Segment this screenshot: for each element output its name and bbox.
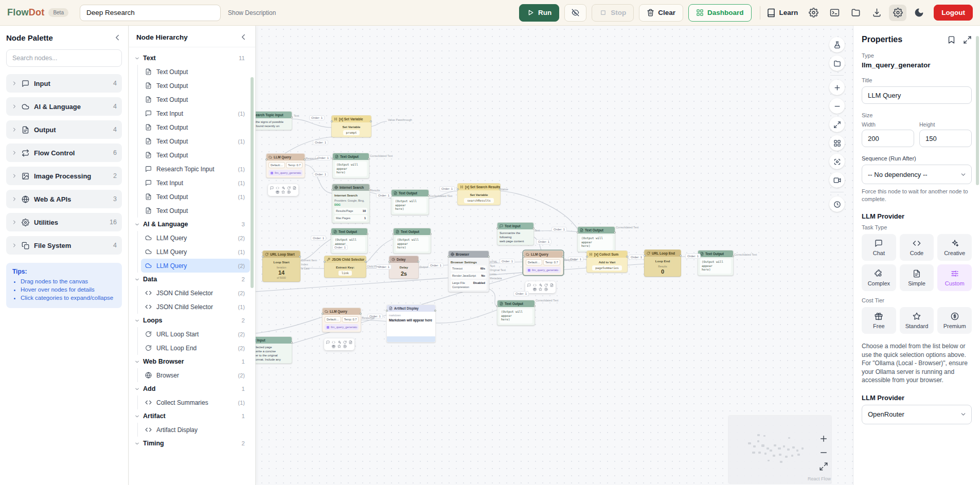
text-output-2-node[interactable]: Text Output(Output will appearhere) xyxy=(391,189,429,215)
browser-node[interactable]: BrowserBrowser SettingsTimeout60sRender … xyxy=(448,250,489,292)
node-hover-toolbar[interactable] xyxy=(268,184,298,196)
clear-button[interactable]: Clear xyxy=(639,4,683,22)
artifact-display-node[interactable]: Artifact DisplaymarkdownMarkdown will ap… xyxy=(386,304,436,343)
hierarchy-item-json-child-selector[interactable]: JSON Child Selector(2) xyxy=(141,286,250,300)
hierarchy-item-llm-query[interactable]: LLM Query(1) xyxy=(141,245,250,259)
sequence-select[interactable]: -- No dependency -- xyxy=(862,165,972,184)
cost-tier-premium[interactable]: Premium xyxy=(937,307,972,334)
llm-query-2-node[interactable]: LLM QueryDefault:...Temp: 0.7llm_query_g… xyxy=(523,250,563,275)
hierarchy-item-text-input[interactable]: Text Input(1) xyxy=(141,176,250,190)
hierarchy-item-text-output[interactable]: Text Output xyxy=(141,204,250,218)
hierarchy-item-llm-query[interactable]: LLM Query(2) xyxy=(141,231,250,245)
run-button[interactable]: Run xyxy=(519,4,559,22)
hierarchy-item-llm-query[interactable]: LLM Query(2) xyxy=(141,259,250,273)
grid-button[interactable] xyxy=(829,135,845,151)
task-type-chat[interactable]: Chat xyxy=(862,234,896,261)
zoom-in-button[interactable] xyxy=(829,80,845,95)
center-button[interactable] xyxy=(829,154,845,169)
width-input[interactable] xyxy=(862,130,914,147)
learn-button[interactable]: Learn xyxy=(767,8,798,17)
logout-button[interactable]: Logout xyxy=(934,5,973,21)
palette-category-input[interactable]: Input4 xyxy=(6,74,122,93)
hierarchy-item-text-output[interactable]: Text Output xyxy=(141,65,250,79)
json-child-selector-node[interactable]: JSON Child SelectorExtract Key:link xyxy=(324,256,366,278)
bookmark-icon[interactable] xyxy=(947,35,956,44)
hierarchy-item-collect-summaries[interactable]: Collect Summaries(1) xyxy=(141,396,250,409)
text-output-7-node[interactable]: Text Output(Output will appearhere) xyxy=(497,300,535,326)
task-type-custom[interactable]: Custom xyxy=(937,264,972,291)
text-input-1-node[interactable]: Text InputSummarize the followingweb pag… xyxy=(497,222,534,245)
height-input[interactable] xyxy=(919,130,972,147)
hierarchy-item-json-child-selector[interactable]: JSON Child Selector(1) xyxy=(141,300,250,314)
minimap-fit-button[interactable] xyxy=(819,462,828,471)
hierarchy-group-data[interactable]: Data2 xyxy=(133,273,250,286)
node-hover-toolbar[interactable] xyxy=(324,338,354,350)
hierarchy-item-browser[interactable]: Browser(2) xyxy=(141,368,250,382)
task-type-code[interactable]: Code xyxy=(900,234,934,261)
zoom-out-button[interactable] xyxy=(829,98,845,114)
url-loop-end-node[interactable]: URL Loop EndLoop EndResults0 xyxy=(644,249,681,277)
record-button[interactable] xyxy=(829,172,845,188)
hide-outputs-button[interactable] xyxy=(564,4,586,22)
settings-button[interactable] xyxy=(805,5,822,21)
hierarchy-item-text-output[interactable]: Text Output xyxy=(141,148,250,162)
hierarchy-group-loops[interactable]: Loops2 xyxy=(133,314,250,327)
delay-node[interactable]: DelayDelay2s xyxy=(389,256,419,279)
fit-view-button[interactable] xyxy=(829,117,845,132)
hierarchy-item-text-output[interactable]: Text Output(1) xyxy=(141,190,250,204)
dark-mode-button[interactable] xyxy=(910,5,928,21)
hierarchy-item-artifact-display[interactable]: Artifact Display xyxy=(141,423,250,437)
palette-category-web-apis[interactable]: Web & APIs3 xyxy=(6,190,122,208)
palette-category-ai-language[interactable]: AI & Language4 xyxy=(6,97,122,116)
cost-tier-free[interactable]: Free xyxy=(862,307,896,334)
hierarchy-group-text[interactable]: Text11 xyxy=(133,51,250,65)
expand-panel-icon[interactable] xyxy=(963,35,972,44)
hierarchy-item-url-loop-start[interactable]: URL Loop Start(2) xyxy=(141,327,250,341)
task-type-simple[interactable]: Simple xyxy=(900,264,934,291)
text-output-5-node[interactable]: Text Output(Output will appearhere) xyxy=(577,226,615,252)
hierarchy-group-ai-language[interactable]: AI & Language3 xyxy=(133,218,250,231)
llm-query-3-node[interactable]: LLM QueryDefault:...Temp: 0.7llm_query_g… xyxy=(322,308,361,332)
hierarchy-item-text-output[interactable]: Text Output xyxy=(141,79,250,93)
hierarchy-group-timing[interactable]: Timing2 xyxy=(133,437,250,450)
minimap-zoom-out-button[interactable] xyxy=(819,448,828,457)
internet-search-node[interactable]: Internet SearchInternet SearchProviders:… xyxy=(332,184,370,223)
minimap-zoom-in-button[interactable] xyxy=(819,434,828,443)
minimap[interactable] xyxy=(728,416,831,483)
hierarchy-item-research-topic-input[interactable]: Research Topic Input(1) xyxy=(141,162,250,176)
llm-provider-select[interactable]: OpenRouter xyxy=(862,405,972,424)
collect-summaries-node[interactable]: [x] Collect SumAdd to VaripageSummaries xyxy=(586,250,628,273)
url-loop-start-node[interactable]: URL Loop StartLoop StartIteration14of 50… xyxy=(262,250,300,282)
node-hover-toolbar[interactable] xyxy=(525,281,556,293)
history-button[interactable] xyxy=(829,196,845,212)
text-output-6-node[interactable]: Text Output(Output will appearhere) xyxy=(698,250,734,276)
download-button[interactable] xyxy=(868,5,885,21)
collapse-palette-button[interactable] xyxy=(113,33,122,42)
show-description-link[interactable]: Show Description xyxy=(228,9,276,16)
palette-category-utilities[interactable]: Utilities16 xyxy=(6,213,122,231)
hierarchy-group-artifact[interactable]: Artifact1 xyxy=(133,409,250,423)
hierarchy-item-text-input[interactable]: Text Input(1) xyxy=(141,106,250,120)
palette-category-output[interactable]: Output4 xyxy=(6,120,122,139)
task-type-complex[interactable]: Complex xyxy=(862,264,896,291)
hierarchy-item-text-output[interactable]: Text Output xyxy=(141,120,250,134)
search-nodes-input[interactable] xyxy=(6,49,122,67)
open-flow-button[interactable] xyxy=(829,56,845,71)
text-output-1-node[interactable]: Text Output(Output will appearhere) xyxy=(332,153,369,178)
collapse-hierarchy-button[interactable] xyxy=(239,32,248,42)
palette-category-image-processing[interactable]: Image Processing2 xyxy=(6,167,122,185)
flow-name-input[interactable] xyxy=(80,5,221,21)
console-button[interactable] xyxy=(826,5,843,21)
hierarchy-group-web-browser[interactable]: Web Browser1 xyxy=(133,355,250,368)
palette-category-flow-control[interactable]: Flow Control6 xyxy=(6,143,122,162)
hierarchy-item-text-output[interactable]: Text Output xyxy=(141,93,250,106)
set-variable-node[interactable]: [x] Set VariableSet Variableprompt xyxy=(331,115,371,137)
hierarchy-item-text-output[interactable]: Text Output(1) xyxy=(141,134,250,148)
palette-category-file-system[interactable]: File System4 xyxy=(6,236,122,255)
cost-tier-standard[interactable]: Standard xyxy=(900,307,934,334)
text-output-4-node[interactable]: Text Output(Output will appearhere) xyxy=(393,228,431,254)
hierarchy-item-url-loop-end[interactable]: URL Loop End(2) xyxy=(141,341,250,355)
task-type-creative[interactable]: Creative xyxy=(937,234,972,261)
experiments-button[interactable] xyxy=(829,37,845,52)
llm-query-1-node[interactable]: LLM QueryDefault:...Temp: 0.7llm_query_g… xyxy=(266,153,305,178)
